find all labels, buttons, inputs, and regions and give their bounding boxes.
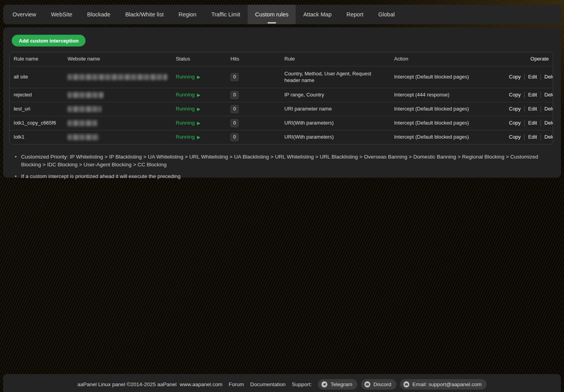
delete-link[interactable]: Delete bbox=[541, 134, 553, 140]
website-name-cell bbox=[64, 120, 172, 126]
col-header-website-name: Website name bbox=[64, 56, 172, 62]
priority-note: Customized Priority: IP Whitelisting > I… bbox=[14, 153, 551, 169]
hits-badge: 0 bbox=[230, 105, 239, 113]
play-icon[interactable]: ▶ bbox=[197, 121, 200, 125]
delete-link[interactable]: Delete bbox=[541, 106, 553, 112]
support-buttons: Telegram Discord Email: support@aapanel.… bbox=[318, 379, 487, 390]
table-header-row: Rule name Website name Status Hits Rule … bbox=[10, 52, 553, 66]
col-header-action: Action bbox=[390, 56, 505, 62]
edit-link[interactable]: Edit bbox=[524, 134, 537, 140]
rule-cell: URI parameter name bbox=[280, 106, 390, 112]
website-name-masked bbox=[68, 134, 99, 140]
play-icon[interactable]: ▶ bbox=[197, 93, 200, 97]
tab-blockade[interactable]: Blockade bbox=[80, 5, 118, 24]
rule-name-cell: lotk1 bbox=[10, 134, 64, 140]
telegram-button[interactable]: Telegram bbox=[318, 379, 357, 390]
copy-link[interactable]: Copy bbox=[509, 74, 521, 80]
rules-table: Rule name Website name Status Hits Rule … bbox=[9, 52, 553, 144]
col-header-status: Status bbox=[172, 56, 227, 62]
rule-name-cell: lotk1_copy_c665f6 bbox=[10, 120, 64, 126]
website-name-cell bbox=[64, 92, 172, 98]
custom-intercept-note: If a custom intercept is prioritized ahe… bbox=[14, 173, 551, 180]
add-custom-interception-button[interactable]: Add custom interception bbox=[12, 35, 86, 46]
rule-cell: URI(With parameters) bbox=[280, 120, 390, 126]
table-row: all site Running▶ 0 Country, Method, Use… bbox=[10, 66, 553, 88]
table-row: test_uri Running▶ 0 URI parameter name I… bbox=[10, 102, 553, 116]
play-icon[interactable]: ▶ bbox=[197, 107, 200, 111]
rule-cell: Country, Method, User Agent, Request hea… bbox=[280, 71, 390, 84]
tab-region[interactable]: Region bbox=[171, 5, 204, 24]
status-badge: Running▶ bbox=[176, 134, 200, 140]
copy-link[interactable]: Copy bbox=[509, 134, 521, 140]
website-name-masked bbox=[68, 120, 97, 126]
col-header-rule: Rule bbox=[280, 56, 390, 62]
hits-badge: 0 bbox=[230, 119, 239, 127]
tab-black-white-list[interactable]: Black/White list bbox=[118, 5, 171, 24]
action-cell: Intercept (Default blocked pages) bbox=[390, 106, 505, 112]
discord-button[interactable]: Discord bbox=[361, 379, 396, 390]
copyright-text: aaPanel Linux panel ©2014-2025 aaPanel bbox=[77, 381, 177, 387]
website-name-cell bbox=[64, 74, 172, 80]
email-button[interactable]: Email: support@aapanel.com bbox=[400, 379, 487, 390]
action-cell: Intercept (Default blocked pages) bbox=[390, 134, 505, 140]
website-name-masked bbox=[68, 92, 104, 98]
action-cell: Intercept (Default blocked pages) bbox=[390, 120, 505, 126]
edit-link[interactable]: Edit bbox=[524, 120, 537, 126]
rule-cell: URI(With parameters) bbox=[280, 134, 390, 140]
website-link[interactable]: www.aapanel.com bbox=[180, 381, 223, 387]
status-badge: Running▶ bbox=[176, 106, 200, 112]
support-label: Support: bbox=[292, 381, 312, 387]
website-name-cell bbox=[64, 134, 172, 140]
rule-name-cell: test_uri bbox=[10, 106, 64, 112]
telegram-icon bbox=[321, 381, 328, 388]
table-row: lotk1 Running▶ 0 URI(With parameters) In… bbox=[10, 130, 553, 144]
notes-list: Customized Priority: IP Whitelisting > I… bbox=[14, 153, 551, 180]
table-row: lotk1_copy_c665f6 Running▶ 0 URI(With pa… bbox=[10, 116, 553, 130]
rule-cell: IP range, Country bbox=[280, 92, 390, 98]
action-cell: Intercept (Default blocked pages) bbox=[390, 74, 505, 80]
delete-link[interactable]: Delete bbox=[541, 74, 553, 80]
tab-global[interactable]: Global bbox=[371, 5, 402, 24]
edit-link[interactable]: Edit bbox=[524, 92, 537, 98]
documentation-link[interactable]: Documentation bbox=[250, 381, 286, 387]
tab-overview[interactable]: Overview bbox=[5, 5, 43, 24]
website-name-masked bbox=[68, 106, 101, 112]
hits-badge: 0 bbox=[230, 133, 239, 141]
forum-link[interactable]: Forum bbox=[229, 381, 244, 387]
footer: aaPanel Linux panel ©2014-2025 aaPanel w… bbox=[3, 374, 561, 392]
website-name-cell bbox=[64, 106, 172, 112]
col-header-hits: Hits bbox=[227, 56, 280, 62]
tab-report[interactable]: Report bbox=[339, 5, 371, 24]
rule-name-cell: all site bbox=[10, 74, 64, 80]
hits-badge: 0 bbox=[230, 73, 239, 81]
tab-attack-map[interactable]: Attack Map bbox=[296, 5, 339, 24]
custom-rules-panel: Add custom interception Rule name Websit… bbox=[3, 27, 561, 178]
website-name-masked bbox=[68, 74, 167, 80]
edit-link[interactable]: Edit bbox=[524, 106, 537, 112]
play-icon[interactable]: ▶ bbox=[197, 75, 200, 79]
top-nav: Overview WebSite Blockade Black/White li… bbox=[3, 5, 561, 24]
col-header-operate: Operate bbox=[505, 56, 553, 62]
status-badge: Running▶ bbox=[176, 120, 200, 126]
play-icon[interactable]: ▶ bbox=[197, 135, 200, 139]
rule-name-cell: rejected bbox=[10, 92, 64, 98]
copy-link[interactable]: Copy bbox=[509, 92, 521, 98]
action-cell: Intercept (444 response) bbox=[390, 92, 505, 98]
col-header-rule-name: Rule name bbox=[10, 56, 64, 62]
email-icon bbox=[403, 381, 410, 388]
copy-link[interactable]: Copy bbox=[509, 106, 521, 112]
tab-traffic-limit[interactable]: Traffic Limit bbox=[204, 5, 248, 24]
tab-website[interactable]: WebSite bbox=[43, 5, 80, 24]
delete-link[interactable]: Delete bbox=[541, 92, 553, 98]
delete-link[interactable]: Delete bbox=[541, 120, 553, 126]
status-badge: Running▶ bbox=[176, 74, 200, 80]
hits-badge: 0 bbox=[230, 91, 239, 99]
copy-link[interactable]: Copy bbox=[509, 120, 521, 126]
table-row: rejected Running▶ 0 IP range, Country In… bbox=[10, 88, 553, 102]
tab-custom-rules[interactable]: Custom rules bbox=[248, 5, 296, 24]
status-badge: Running▶ bbox=[176, 92, 200, 98]
edit-link[interactable]: Edit bbox=[524, 74, 537, 80]
discord-icon bbox=[364, 381, 371, 388]
